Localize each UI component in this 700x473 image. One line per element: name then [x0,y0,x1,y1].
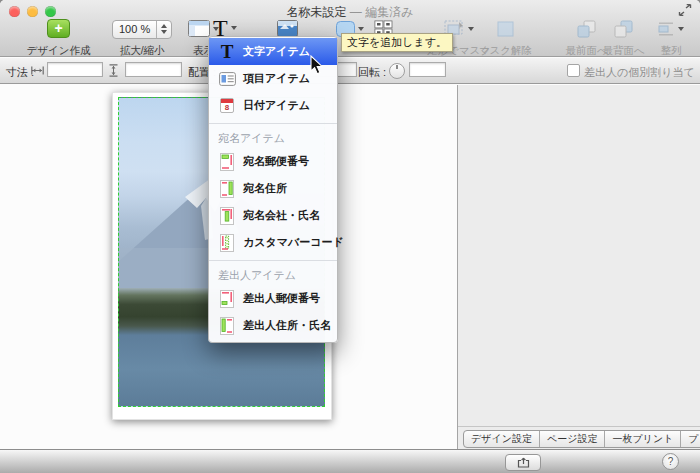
create-design-label: デザイン作成 [27,44,91,58]
bring-to-front-button: 最前面へ [577,19,596,38]
menu-item-customer-barcode[interactable]: カスタマバーコード [209,229,337,256]
zoom-stepper[interactable]: 100 % 拡大/縮小 [112,19,172,39]
send-to-back-button: 最背面へ [614,19,633,38]
menu-item-recipient-zip[interactable]: 宛名郵便番号 [209,148,337,175]
sender-assign-checkbox[interactable] [567,64,580,77]
fullscreen-icon[interactable] [678,4,692,16]
send-back-icon [614,20,633,38]
insert-item-menu: T 文字アイテム 項目アイテム 8 日付アイテム 宛名アイテム [208,36,338,343]
bring-front-icon [577,20,596,38]
zoom-value: 100 % [113,23,156,35]
menu-item-sender-zip[interactable]: 差出人郵便番号 [209,285,337,312]
menu-item-label: 文字アイテム [243,44,310,59]
recipient-zip-icon [218,153,236,171]
share-button[interactable] [505,454,541,471]
photo-icon [277,20,298,37]
menu-item-recipient-address[interactable]: 宛名住所 [209,175,337,202]
window-view-icon [188,20,210,37]
menu-item-label: 差出人郵便番号 [243,291,320,306]
dimension-label: 寸法 : [6,65,34,80]
panel-segmented-control: デザイン設定 ページ設定 一枚プリント プリント [463,430,700,448]
menu-item-sender-address[interactable]: 差出人住所・氏名 [209,312,337,339]
menu-item-label: カスタマバーコード [243,235,344,250]
menu-item-label: 日付アイテム [243,98,310,113]
app-window: 名称未設定 — 編集済み + デザイン作成 100 % 拡大/縮小 表示 [0,0,700,473]
sender-zip-icon [218,290,236,308]
align-icon [658,21,675,37]
menu-separator [209,123,337,124]
status-bar: ? [0,449,700,473]
send-back-label: 最背面へ [602,44,644,58]
menu-item-date[interactable]: 8 日付アイテム [209,92,337,119]
rotate-input[interactable] [409,62,446,77]
sender-address-icon [218,317,236,335]
width-input[interactable] [47,62,103,77]
align-button: 整列 [658,19,684,37]
menu-item-label: 差出人住所・氏名 [243,318,331,333]
menu-item-recipient-name[interactable]: 宛名会社・氏名 [209,202,337,229]
menu-item-label: 宛名会社・氏名 [243,208,320,223]
rotate-label: 回転 : [358,65,386,80]
recipient-name-icon [218,207,236,225]
align-label: 整列 [661,44,682,58]
design-settings-button[interactable]: デザイン設定 [464,431,539,447]
create-design-button[interactable]: + デザイン作成 [47,19,70,38]
share-icon [517,457,530,468]
menu-item-label: 宛名住所 [243,181,287,196]
page-settings-button[interactable]: ページ設定 [539,431,604,447]
single-print-button[interactable]: 一枚プリント [604,431,680,447]
menu-section-recipient: 宛名アイテム [209,128,337,148]
mouse-cursor-icon [310,55,324,75]
height-icon [109,64,118,77]
photo-tool-button[interactable] [277,19,298,37]
rotation-dial[interactable] [389,63,405,79]
menu-item-label: 項目アイテム [243,71,310,86]
help-button[interactable]: ? [662,453,679,470]
height-input[interactable] [125,62,182,77]
menu-item-label: 宛名郵便番号 [243,154,309,169]
inspector-panel: デザイン設定 ページ設定 一枚プリント プリント [457,85,700,449]
sender-assign-label: 差出人の個別割り当て [584,65,695,80]
mask-clear-button: マスク解除 [497,19,514,37]
chevron-down-icon [358,27,364,31]
tooltip: 文字を追加します。 [341,33,453,52]
text-item-icon: T [218,43,236,61]
date-item-icon: 8 [218,98,236,113]
field-item-icon [218,72,236,86]
menu-section-sender: 差出人アイテム [209,265,337,285]
zoom-label: 拡大/縮小 [120,44,165,58]
format-bar: 寸法 : 配置 : 回転 : 差出人の個別割り当て [0,58,700,84]
chevron-down-icon [231,26,237,30]
plus-icon: + [47,19,70,38]
print-button[interactable]: プリント [680,431,700,447]
chevron-down-icon [468,27,474,31]
recipient-address-icon [218,180,236,198]
bring-front-label: 最前面へ [565,44,607,58]
chevron-down-icon [678,27,684,31]
mask-clear-icon [497,21,514,37]
stepper-arrows-icon[interactable] [156,21,171,38]
menu-separator [209,260,337,261]
mask-clear-label: マスク解除 [479,44,532,58]
customer-barcode-icon [218,234,236,252]
width-icon [31,66,44,75]
panel-bottom-strip: デザイン設定 ページ設定 一枚プリント プリント [458,426,700,449]
